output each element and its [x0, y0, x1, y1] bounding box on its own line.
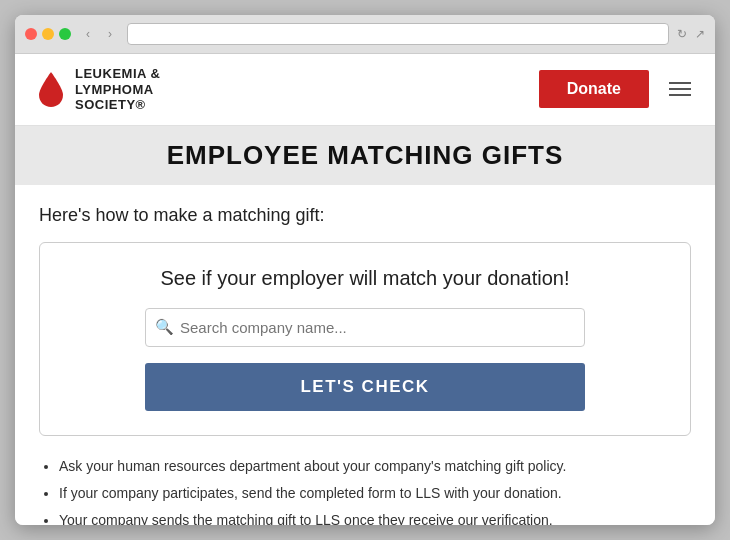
- logo-area: LEUKEMIA & LYMPHOMA SOCIETY®: [35, 66, 160, 113]
- lls-logo-icon: [35, 70, 67, 108]
- logo-line3: SOCIETY®: [75, 97, 160, 113]
- page-subtitle: Here's how to make a matching gift:: [39, 205, 691, 226]
- info-list: Ask your human resources department abou…: [39, 456, 691, 525]
- browser-chrome: ‹ › ↻ ↗: [15, 15, 715, 54]
- logo-text: LEUKEMIA & LYMPHOMA SOCIETY®: [75, 66, 160, 113]
- list-item: Ask your human resources department abou…: [59, 456, 691, 477]
- header-right: Donate: [539, 70, 695, 108]
- forward-button[interactable]: ›: [101, 25, 119, 43]
- maximize-button[interactable]: [59, 28, 71, 40]
- close-button[interactable]: [25, 28, 37, 40]
- logo-line1: LEUKEMIA &: [75, 66, 160, 82]
- hamburger-line: [669, 88, 691, 90]
- search-icon: 🔍: [155, 318, 174, 336]
- browser-window: ‹ › ↻ ↗ LEUKEMIA & LYMPHOMA SOCIETY® Don: [15, 15, 715, 525]
- banner-title: EMPLOYEE MATCHING GIFTS: [35, 140, 695, 171]
- logo-line2: LYMPHOMA: [75, 82, 160, 98]
- card-title: See if your employer will match your don…: [60, 267, 670, 290]
- donate-button[interactable]: Donate: [539, 70, 649, 108]
- hamburger-line: [669, 82, 691, 84]
- traffic-lights: [25, 28, 71, 40]
- minimize-button[interactable]: [42, 28, 54, 40]
- search-wrapper: 🔍: [145, 308, 585, 347]
- page-banner: EMPLOYEE MATCHING GIFTS: [15, 126, 715, 185]
- back-button[interactable]: ‹: [79, 25, 97, 43]
- company-search-input[interactable]: [145, 308, 585, 347]
- hamburger-menu[interactable]: [665, 78, 695, 100]
- address-bar[interactable]: [127, 23, 669, 45]
- page-content: LEUKEMIA & LYMPHOMA SOCIETY® Donate EMPL…: [15, 54, 715, 525]
- lets-check-button[interactable]: LET'S CHECK: [145, 363, 585, 411]
- nav-buttons: ‹ ›: [79, 25, 119, 43]
- list-item: If your company participates, send the c…: [59, 483, 691, 504]
- refresh-button[interactable]: ↻: [677, 27, 687, 41]
- site-header: LEUKEMIA & LYMPHOMA SOCIETY® Donate: [15, 54, 715, 126]
- main-content: Here's how to make a matching gift: See …: [15, 185, 715, 525]
- share-button[interactable]: ↗: [695, 27, 705, 41]
- matching-search-card: See if your employer will match your don…: [39, 242, 691, 436]
- list-item: Your company sends the matching gift to …: [59, 510, 691, 525]
- hamburger-line: [669, 94, 691, 96]
